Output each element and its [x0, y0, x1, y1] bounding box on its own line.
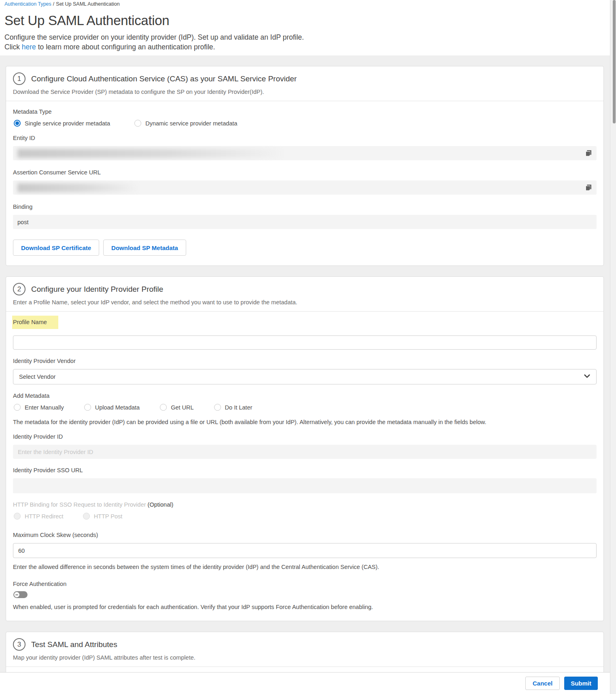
metadata-type-radio-group: Single service provider metadata Dynamic…: [14, 120, 597, 127]
redacted-acs-url-value: [17, 183, 139, 192]
step3-title: Test SAML and Attributes: [31, 640, 117, 649]
radio-label: HTTP Post: [94, 513, 123, 520]
binding-field: post: [13, 215, 597, 229]
http-binding-label-text: HTTP Binding for SSO Request to Identity…: [13, 501, 146, 508]
radio-disabled-icon: [83, 513, 90, 520]
step1-number-badge: 1: [13, 72, 25, 85]
clock-skew-label: Maximum Clock Skew (seconds): [13, 532, 597, 538]
subtitle-line1: Configure the service provider on your i…: [4, 33, 304, 41]
radio-single-service-provider-metadata[interactable]: Single service provider metadata: [14, 120, 110, 127]
breadcrumb: Authentication Types/Set Up SAML Authent…: [4, 0, 616, 7]
metadata-type-label: Metadata Type: [13, 108, 597, 115]
profile-name-input[interactable]: [13, 335, 597, 350]
radio-label: Do It Later: [225, 404, 253, 411]
radio-dynamic-service-provider-metadata[interactable]: Dynamic service provider metadata: [134, 120, 237, 127]
radio-http-redirect: HTTP Redirect: [14, 513, 64, 520]
radio-unselected-icon: [84, 404, 91, 411]
radio-upload-metadata[interactable]: Upload Metadata: [84, 404, 140, 411]
radio-label: HTTP Redirect: [25, 513, 64, 520]
step1-title: Configure Cloud Authentication Service (…: [31, 74, 297, 83]
http-binding-optional: (Optional): [148, 501, 174, 508]
step1-card: 1 Configure Cloud Authentication Service…: [6, 66, 604, 266]
step2-description: Enter a Profile Name, select your IdP ve…: [13, 299, 596, 306]
subtitle-line2-suffix: to learn more about configuring an authe…: [36, 43, 215, 51]
redacted-entity-id-value: [17, 149, 285, 158]
radio-label: Get URL: [171, 404, 193, 411]
idp-id-label: Identity Provider ID: [13, 433, 597, 440]
download-sp-certificate-button[interactable]: Download SP Certificate: [13, 240, 99, 256]
metadata-note: The metadata for the identity provider (…: [13, 419, 597, 425]
breadcrumb-link-authentication-types[interactable]: Authentication Types: [4, 1, 51, 7]
clock-skew-input[interactable]: [13, 543, 597, 558]
step3-description: Map your identity provider (IdP) SAML at…: [13, 654, 596, 661]
step2-number-badge: 2: [13, 283, 25, 295]
page-subtitle: Configure the service provider on your i…: [4, 32, 616, 52]
step3-number-badge: 3: [13, 638, 25, 651]
submit-button[interactable]: Submit: [564, 677, 598, 690]
vendor-selected-value: Select Vendor: [19, 374, 55, 380]
force-auth-label: Force Authentication: [13, 581, 597, 587]
step2-card: 2 Configure your Identity Provider Profi…: [6, 276, 604, 621]
download-sp-metadata-button[interactable]: Download SP Metadata: [103, 240, 186, 256]
force-auth-help: When enabled, user is prompted for crede…: [13, 604, 597, 610]
step2-card-header: 2 Configure your Identity Provider Profi…: [6, 277, 603, 312]
cancel-button[interactable]: Cancel: [525, 677, 560, 690]
step3-card-header: 3 Test SAML and Attributes Map your iden…: [6, 632, 603, 667]
profile-name-label: Profile Name: [13, 319, 597, 331]
clock-skew-help: Enter the allowed difference in seconds …: [13, 564, 597, 570]
toggle-off-minus-icon: [14, 592, 19, 597]
add-metadata-radio-group: Enter Manually Upload Metadata Get URL D…: [14, 404, 597, 411]
copy-icon[interactable]: [584, 183, 593, 193]
vertical-scrollbar[interactable]: [610, 0, 616, 694]
content-area: 1 Configure Cloud Authentication Service…: [0, 55, 610, 694]
radio-unselected-icon: [134, 120, 141, 127]
idp-id-input: [13, 445, 597, 459]
idp-sso-url-input: [13, 478, 597, 493]
page-header: Authentication Types/Set Up SAML Authent…: [0, 0, 616, 55]
chevron-down-icon: [584, 373, 591, 381]
add-metadata-label: Add Metadata: [13, 393, 597, 399]
radio-label: Enter Manually: [25, 404, 64, 411]
radio-label: Dynamic service provider metadata: [145, 120, 237, 127]
acs-url-label: Assertion Consumer Service URL: [13, 169, 597, 176]
radio-http-post: HTTP Post: [83, 513, 123, 520]
radio-selected-icon: [14, 120, 21, 127]
radio-do-it-later[interactable]: Do It Later: [214, 404, 253, 411]
step2-title: Configure your Identity Provider Profile: [31, 285, 163, 294]
radio-label: Upload Metadata: [95, 404, 140, 411]
radio-enter-manually[interactable]: Enter Manually: [14, 404, 64, 411]
radio-unselected-icon: [214, 404, 221, 411]
binding-label: Binding: [13, 204, 597, 210]
radio-get-url[interactable]: Get URL: [160, 404, 193, 411]
step1-card-header: 1 Configure Cloud Authentication Service…: [6, 66, 603, 101]
idp-sso-url-label: Identity Provider SSO URL: [13, 467, 597, 473]
step2-card-body: Profile Name Identity Provider Vendor Se…: [6, 312, 603, 621]
radio-label: Single service provider metadata: [25, 120, 110, 127]
binding-value: post: [17, 219, 28, 225]
entity-id-label: Entity ID: [13, 135, 597, 141]
subtitle-line2-prefix: Click: [4, 43, 22, 51]
breadcrumb-current: Set Up SAML Authentication: [56, 1, 119, 7]
profile-name-highlight: Profile Name: [12, 316, 58, 329]
learn-more-link[interactable]: here: [22, 43, 36, 51]
page-title: Set Up SAML Authentication: [4, 13, 616, 28]
step1-card-body: Metadata Type Single service provider me…: [6, 101, 603, 265]
radio-unselected-icon: [14, 404, 21, 411]
scrollbar-thumb[interactable]: [613, 0, 616, 123]
copy-icon[interactable]: [584, 149, 593, 158]
acs-url-field: [13, 180, 597, 195]
radio-unselected-icon: [160, 404, 167, 411]
entity-id-field: [13, 146, 597, 160]
breadcrumb-separator: /: [53, 1, 54, 7]
http-binding-radio-group: HTTP Redirect HTTP Post: [14, 513, 597, 520]
radio-disabled-icon: [14, 513, 21, 520]
http-binding-label: HTTP Binding for SSO Request to Identity…: [13, 501, 597, 508]
vendor-select[interactable]: Select Vendor: [13, 369, 597, 384]
footer-action-bar: Cancel Submit: [0, 672, 610, 694]
force-auth-toggle[interactable]: [13, 591, 28, 598]
idp-vendor-label: Identity Provider Vendor: [13, 358, 597, 364]
step1-description: Download the Service Provider (SP) metad…: [13, 89, 596, 95]
